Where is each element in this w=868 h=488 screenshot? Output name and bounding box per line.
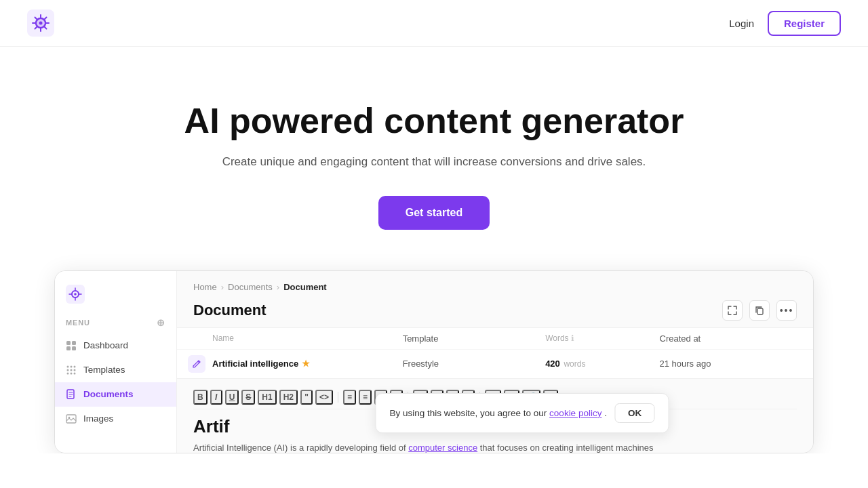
toolbar-code[interactable]: <>	[315, 390, 333, 405]
app-preview-wrap: MENU ⊕ Dashboard	[0, 270, 868, 453]
star-icon: ★	[302, 359, 310, 369]
toolbar-align-center[interactable]: ≡	[359, 390, 372, 405]
fullscreen-icon	[728, 306, 737, 315]
table-col-name: Name	[212, 333, 403, 343]
svg-rect-20	[72, 341, 76, 345]
edit-icon	[192, 359, 201, 369]
hero-title: AI powered content generator	[27, 101, 841, 142]
svg-point-26	[67, 369, 69, 371]
doc-table: Name Template Words ℹ Created at	[177, 327, 813, 379]
svg-rect-22	[72, 346, 76, 350]
hero-section: AI powered content generator Create uniq…	[0, 47, 868, 270]
table-header: Name Template Words ℹ Created at	[177, 328, 813, 350]
svg-point-14	[74, 293, 77, 296]
table-col-words: Words ℹ	[545, 333, 659, 343]
sidebar: MENU ⊕ Dashboard	[55, 271, 177, 453]
image-icon	[66, 413, 77, 424]
grid-small-icon	[66, 365, 77, 375]
toolbar-sep-1	[338, 392, 338, 403]
toolbar-h1[interactable]: H1	[258, 390, 276, 405]
cookie-banner: By using this website, you agree to our …	[375, 393, 669, 433]
more-button[interactable]: •••	[776, 300, 797, 321]
table-col-created: Created at	[660, 333, 802, 344]
grid-icon	[66, 340, 77, 351]
table-row-template-cell: Freestyle	[403, 359, 545, 369]
table-row-created-cell: 21 hours ago	[660, 359, 802, 369]
svg-point-3	[39, 22, 43, 25]
sidebar-item-dashboard[interactable]: Dashboard	[55, 333, 176, 358]
site-header: Login Register	[0, 0, 868, 47]
svg-point-31	[74, 372, 76, 374]
table-row-icon-cell	[188, 355, 212, 373]
copy-button[interactable]	[749, 300, 770, 321]
breadcrumb-home[interactable]: Home	[193, 282, 217, 292]
sidebar-menu-header: MENU ⊕	[55, 314, 176, 333]
copy-icon	[755, 306, 764, 315]
sidebar-item-documents[interactable]: Documents	[55, 382, 176, 407]
sidebar-item-label-templates: Templates	[83, 365, 125, 375]
doc-icon	[66, 389, 77, 400]
nav-right: Login Register	[729, 11, 841, 36]
svg-rect-38	[757, 308, 763, 314]
register-button[interactable]: Register	[768, 11, 841, 36]
svg-rect-19	[66, 341, 71, 345]
sidebar-item-label-dashboard: Dashboard	[83, 340, 128, 350]
toolbar-strikethrough[interactable]: S	[241, 390, 255, 405]
svg-point-29	[67, 372, 69, 374]
svg-point-25	[74, 365, 76, 367]
doc-name: Artificial intelligence ★	[212, 359, 403, 369]
hero-subtitle: Create unique and engaging content that …	[27, 155, 841, 169]
svg-rect-21	[66, 346, 71, 350]
sidebar-item-label-images: Images	[83, 413, 113, 424]
table-row-name-cell: Artificial intelligence ★	[212, 359, 403, 369]
page-title: Document	[193, 302, 267, 319]
toolbar-align-left[interactable]: ≡	[343, 390, 356, 405]
more-dots-icon: •••	[780, 305, 794, 316]
svg-point-24	[71, 365, 73, 367]
editor-doc-body: Artificial Intelligence (AI) is a rapidl…	[193, 441, 797, 453]
svg-point-28	[74, 369, 76, 371]
cookie-policy-link[interactable]: cookie policy	[549, 408, 601, 418]
toolbar-underline[interactable]: U	[225, 390, 239, 405]
breadcrumb: Home › Documents › Document	[177, 271, 813, 298]
table-row[interactable]: Artificial intelligence ★ Freestyle 420 …	[177, 350, 813, 378]
svg-point-30	[71, 372, 73, 374]
table-row-words-cell: 420 words	[545, 359, 659, 369]
breadcrumb-current: Document	[283, 282, 327, 292]
cookie-ok-button[interactable]: OK	[615, 403, 654, 423]
svg-point-27	[71, 369, 73, 371]
get-started-button[interactable]: Get started	[378, 196, 490, 230]
sidebar-item-label-documents: Documents	[83, 389, 134, 399]
doc-header: Document •••	[177, 298, 813, 327]
svg-point-23	[67, 365, 69, 367]
fullscreen-button[interactable]	[722, 300, 743, 321]
breadcrumb-sep-1: ›	[221, 282, 224, 292]
sidebar-item-templates[interactable]: Templates	[55, 358, 176, 382]
svg-rect-36	[66, 415, 76, 423]
toolbar-h2[interactable]: H2	[279, 390, 298, 405]
toolbar-bold[interactable]: B	[193, 390, 208, 405]
cookie-text: By using this website, you agree to our …	[389, 408, 606, 418]
breadcrumb-documents[interactable]: Documents	[228, 282, 273, 292]
login-link[interactable]: Login	[729, 18, 754, 29]
breadcrumb-sep-2: ›	[277, 282, 279, 292]
logo[interactable]	[27, 9, 54, 37]
sidebar-item-images[interactable]: Images	[55, 407, 176, 431]
row-icon-box	[188, 355, 205, 373]
doc-actions: •••	[722, 300, 797, 321]
toolbar-quote[interactable]: "	[300, 390, 313, 405]
toolbar-italic[interactable]: I	[210, 390, 222, 405]
table-col-template: Template	[403, 333, 545, 344]
editor-link[interactable]: computer science	[408, 443, 477, 453]
sidebar-logo	[55, 282, 176, 314]
